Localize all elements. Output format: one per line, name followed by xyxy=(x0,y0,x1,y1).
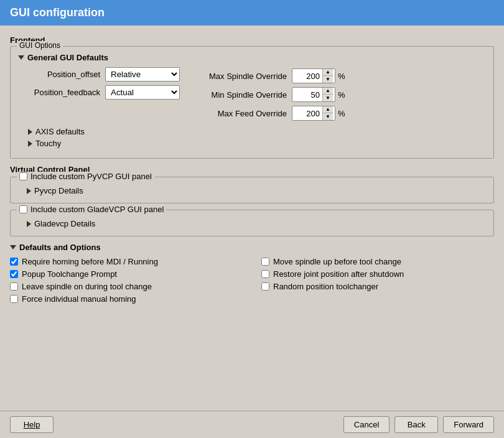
gladevcp-details-arrow xyxy=(27,221,31,227)
pyvcp-checkbox[interactable] xyxy=(19,172,27,180)
position-offset-label: Position_offset xyxy=(18,70,105,79)
gladevcp-details-row: Gladevcp Details xyxy=(17,219,487,228)
pyvcp-title: Include custom PyVCP GUI panel xyxy=(17,172,154,181)
leave-spindle-label: Leave spindle on during tool change xyxy=(22,282,152,291)
gladevcp-title: Include custom GladeVCP GUI panel xyxy=(17,205,166,214)
min-spindle-input-wrap: ▲ ▼ xyxy=(292,87,335,102)
max-spindle-row: Max Spindle Override ▲ ▼ % xyxy=(192,68,345,83)
page-title: GUI configuration xyxy=(10,6,105,19)
general-gui-defaults-content: Position_offset Relative Absolute Positi… xyxy=(18,67,486,124)
check-random-position: Random position toolchanger xyxy=(261,282,494,291)
max-spindle-up[interactable]: ▲ xyxy=(323,69,333,76)
popup-toolchange-label: Popup Toolchange Prompt xyxy=(22,269,117,279)
gladevcp-details-item[interactable]: Gladevcp Details xyxy=(27,219,487,228)
max-feed-input-wrap: ▲ ▼ xyxy=(292,106,335,121)
pyvcp-details-row: Pyvcp Details xyxy=(17,186,487,195)
defaults-options-label: Defaults and Options xyxy=(19,243,101,252)
max-feed-down[interactable]: ▼ xyxy=(323,113,333,120)
require-homing-label: Require homing before MDI / Running xyxy=(22,257,158,266)
min-spindle-unit: % xyxy=(338,90,345,100)
check-leave-spindle: Leave spindle on during tool change xyxy=(10,282,243,291)
popup-toolchange-checkbox[interactable] xyxy=(10,270,18,278)
max-spindle-spin-buttons: ▲ ▼ xyxy=(322,69,333,83)
touchy-item[interactable]: Touchy xyxy=(28,139,486,148)
gladevcp-group: Include custom GladeVCP GUI panel Gladev… xyxy=(10,210,494,236)
pyvcp-details-item[interactable]: Pyvcp Details xyxy=(27,186,487,195)
position-feedback-select[interactable]: Actual Commanded xyxy=(105,85,180,100)
require-homing-checkbox[interactable] xyxy=(10,258,18,266)
move-spindle-label: Move spindle up before tool change xyxy=(273,257,401,266)
left-col: Position_offset Relative Absolute Positi… xyxy=(18,67,180,124)
axis-defaults-arrow xyxy=(28,129,32,135)
gladevcp-checkbox[interactable] xyxy=(19,205,27,213)
max-feed-up[interactable]: ▲ xyxy=(323,106,333,113)
restore-joint-label: Restore joint position after shutdown xyxy=(273,269,404,279)
defaults-section: Defaults and Options Require homing befo… xyxy=(10,243,494,307)
position-feedback-row: Position_feedback Actual Commanded xyxy=(18,85,180,100)
pyvcp-details-label: Pyvcp Details xyxy=(34,186,83,195)
defaults-options-header[interactable]: Defaults and Options xyxy=(10,243,494,252)
gladevcp-label: Include custom GladeVCP GUI panel xyxy=(30,205,164,214)
min-spindle-row: Min Spindle Override ▲ ▼ % xyxy=(192,87,345,102)
force-homing-label: Force individual manual homing xyxy=(22,294,136,304)
back-button[interactable]: Back xyxy=(394,416,438,433)
gui-options-group: GUI Options General GUI Defaults Positio… xyxy=(10,46,494,159)
help-label: Help xyxy=(24,420,40,429)
max-feed-input[interactable] xyxy=(292,108,322,119)
move-spindle-checkbox[interactable] xyxy=(261,258,269,266)
min-spindle-spin-buttons: ▲ ▼ xyxy=(322,88,333,101)
min-spindle-input[interactable] xyxy=(292,89,322,101)
min-spindle-label: Min Spindle Override xyxy=(192,90,292,100)
check-require-homing: Require homing before MDI / Running xyxy=(10,257,243,266)
general-gui-defaults-header[interactable]: General GUI Defaults xyxy=(18,53,486,62)
check-col-right: Move spindle up before tool change Resto… xyxy=(261,257,494,307)
back-label: Back xyxy=(408,420,426,429)
collapse-arrow-down xyxy=(18,55,24,60)
max-feed-row: Max Feed Override ▲ ▼ % xyxy=(192,106,345,121)
cancel-button[interactable]: Cancel xyxy=(343,416,390,433)
touchy-arrow xyxy=(28,141,32,147)
defaults-arrow xyxy=(10,245,16,249)
leave-spindle-checkbox[interactable] xyxy=(10,282,18,291)
check-col-left: Require homing before MDI / Running Popu… xyxy=(10,257,243,307)
check-restore-joint: Restore joint position after shutdown xyxy=(261,269,494,279)
max-spindle-input-wrap: ▲ ▼ xyxy=(292,68,335,83)
general-gui-defaults-label: General GUI Defaults xyxy=(27,53,108,62)
main-content: Frontend GUI Options General GUI Default… xyxy=(0,26,504,411)
pyvcp-label: Include custom PyVCP GUI panel xyxy=(30,172,152,181)
touchy-label: Touchy xyxy=(35,139,61,148)
check-popup-toolchange: Popup Toolchange Prompt xyxy=(10,269,243,279)
footer-right: Cancel Back Forward xyxy=(343,416,494,433)
random-position-label: Random position toolchanger xyxy=(273,282,378,291)
max-spindle-down[interactable]: ▼ xyxy=(323,76,333,83)
axis-defaults-item[interactable]: AXIS defaults xyxy=(28,127,486,136)
position-feedback-label: Position_feedback xyxy=(18,88,105,97)
gladevcp-details-label: Gladevcp Details xyxy=(34,219,95,228)
axis-defaults-label: AXIS defaults xyxy=(35,127,85,136)
max-feed-spin-buttons: ▲ ▼ xyxy=(322,106,333,120)
help-button[interactable]: Help xyxy=(10,416,54,433)
pyvcp-group: Include custom PyVCP GUI panel Pyvcp Det… xyxy=(10,177,494,203)
gui-options-title: GUI Options xyxy=(17,41,63,50)
right-col: Max Spindle Override ▲ ▼ % Min Spindle O… xyxy=(192,67,345,124)
position-offset-select[interactable]: Relative Absolute xyxy=(105,67,180,82)
min-spindle-up[interactable]: ▲ xyxy=(323,88,333,95)
max-feed-label: Max Feed Override xyxy=(192,109,292,118)
max-spindle-unit: % xyxy=(338,72,345,81)
max-spindle-input[interactable] xyxy=(292,70,322,82)
position-offset-row: Position_offset Relative Absolute xyxy=(18,67,180,82)
footer: Help Cancel Back Forward xyxy=(0,411,504,438)
forward-button[interactable]: Forward xyxy=(443,416,494,433)
restore-joint-checkbox[interactable] xyxy=(261,270,269,278)
check-move-spindle: Move spindle up before tool change xyxy=(261,257,494,266)
max-feed-unit: % xyxy=(338,109,345,118)
pyvcp-details-arrow xyxy=(27,188,31,194)
title-bar: GUI configuration xyxy=(0,0,504,26)
check-force-homing: Force individual manual homing xyxy=(10,294,243,304)
cancel-label: Cancel xyxy=(354,420,379,429)
max-spindle-label: Max Spindle Override xyxy=(192,72,292,81)
force-homing-checkbox[interactable] xyxy=(10,295,18,303)
random-position-checkbox[interactable] xyxy=(261,282,269,291)
two-col-checks: Require homing before MDI / Running Popu… xyxy=(10,257,494,307)
min-spindle-down[interactable]: ▼ xyxy=(323,95,333,101)
